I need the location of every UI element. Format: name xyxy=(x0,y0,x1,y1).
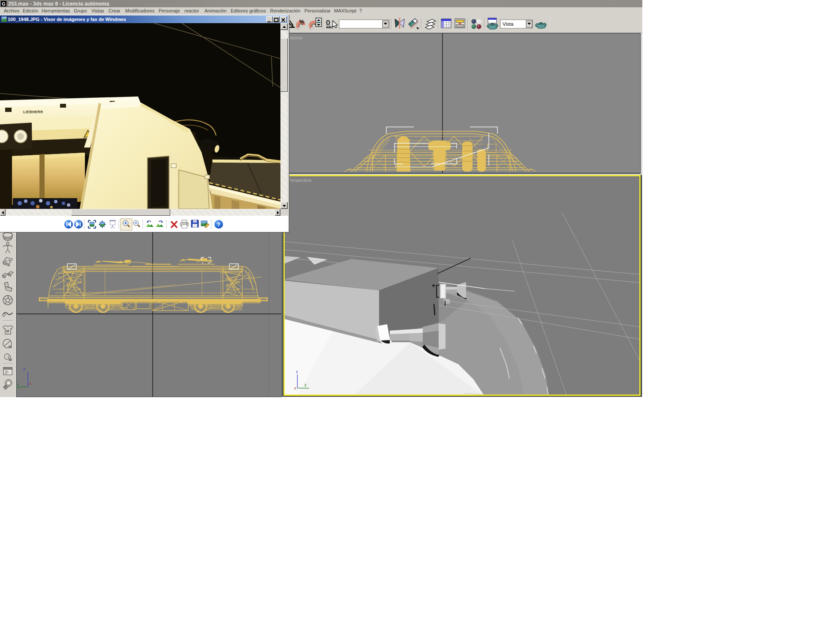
svg-text:M: M xyxy=(9,345,12,349)
svg-text:ABC: ABC xyxy=(326,25,334,29)
svg-text:%: % xyxy=(299,18,304,25)
svg-text:Vista: Vista xyxy=(503,21,514,27)
svg-text:M: M xyxy=(9,358,12,362)
svg-text:z: z xyxy=(23,366,25,371)
svg-text:M: M xyxy=(6,329,9,333)
svg-text:x: x xyxy=(29,381,31,386)
svg-text:?: ? xyxy=(217,221,220,228)
svg-text:z: z xyxy=(296,369,298,374)
svg-text:y: y xyxy=(17,382,19,386)
svg-text:x: x xyxy=(294,386,296,390)
svg-text:LIEBHERR: LIEBHERR xyxy=(23,110,43,114)
svg-text:y: y xyxy=(304,382,307,387)
svg-text:{}: {} xyxy=(326,19,330,25)
